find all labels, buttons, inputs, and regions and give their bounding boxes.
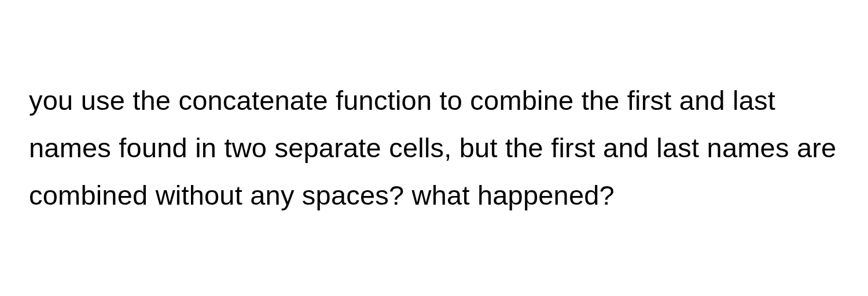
question-paragraph: you use the concatenate function to comb… [29,77,839,220]
